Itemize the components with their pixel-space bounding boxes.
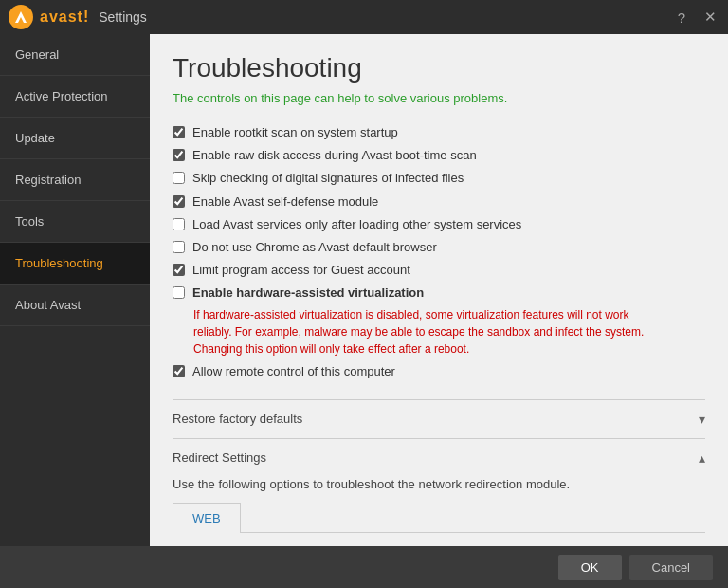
redirect-settings-label: Redirect Settings xyxy=(173,450,266,465)
virtualization-section: Enable hardware-assisted virtualization … xyxy=(173,285,705,357)
help-button[interactable]: ? xyxy=(674,8,689,28)
main-content: General Active Protection Update Registr… xyxy=(0,34,728,546)
checkbox-virtualization[interactable] xyxy=(173,286,185,299)
checkbox-label-services: Load Avast services only after loading o… xyxy=(192,216,521,233)
redirect-settings-section: Redirect Settings ▴ Use the following op… xyxy=(173,438,705,544)
page-subtitle: The controls on this page can help to so… xyxy=(173,91,705,105)
sidebar-item-about-avast[interactable]: About Avast xyxy=(0,285,150,326)
redirect-settings-header[interactable]: Redirect Settings ▴ xyxy=(173,450,705,466)
sidebar-item-troubleshooting[interactable]: Troubleshooting xyxy=(0,243,150,285)
sidebar: General Active Protection Update Registr… xyxy=(0,34,150,546)
cancel-button[interactable]: Cancel xyxy=(629,555,713,580)
checkbox-row-virtualization: Enable hardware-assisted virtualization xyxy=(173,285,705,302)
redirect-tab-bar: WEB xyxy=(173,503,705,533)
sidebar-item-tools[interactable]: Tools xyxy=(0,201,150,243)
checkbox-label-selfdefense: Enable Avast self-defense module xyxy=(192,193,378,211)
checkbox-row-digital: Skip checking of digital signatures of i… xyxy=(173,170,705,187)
redirect-settings-body: Use the following options to troubleshoo… xyxy=(173,466,705,533)
restore-factory-label: Restore factory defaults xyxy=(173,412,302,426)
sidebar-item-update[interactable]: Update xyxy=(0,118,150,159)
sidebar-item-general[interactable]: General xyxy=(0,34,150,76)
avast-logo-icon xyxy=(8,4,34,30)
checkbox-label-virtualization: Enable hardware-assisted virtualization xyxy=(192,285,424,302)
checkbox-label-rootkit: Enable rootkit scan on system startup xyxy=(192,124,398,141)
titlebar-title: Settings xyxy=(99,9,147,25)
checkbox-label-rawdisk: Enable raw disk access during Avast boot… xyxy=(192,147,477,164)
restore-factory-chevron: ▾ xyxy=(699,412,705,427)
checkbox-row-remote: Allow remote control of this computer xyxy=(173,363,705,380)
checkbox-rootkit[interactable] xyxy=(173,126,185,138)
checkbox-digital[interactable] xyxy=(173,172,185,184)
virtualization-warning: If hardware-assisted virtualization is d… xyxy=(193,306,667,358)
checkbox-chrome[interactable] xyxy=(173,241,185,253)
checkbox-list: Enable rootkit scan on system startup En… xyxy=(173,124,705,380)
tab-web[interactable]: WEB xyxy=(173,503,241,533)
content-area: Troubleshooting The controls on this pag… xyxy=(150,34,728,546)
content-scroll[interactable]: Troubleshooting The controls on this pag… xyxy=(150,34,728,546)
checkbox-label-remote: Allow remote control of this computer xyxy=(192,363,395,380)
restore-factory-header[interactable]: Restore factory defaults ▾ xyxy=(173,412,705,427)
checkbox-row-guest: Limit program access for Guest account xyxy=(173,262,705,279)
sidebar-item-active-protection[interactable]: Active Protection xyxy=(0,76,150,118)
restore-factory-section: Restore factory defaults ▾ xyxy=(173,399,705,438)
footer: OK Cancel xyxy=(0,546,728,588)
checkbox-label-guest: Limit program access for Guest account xyxy=(192,262,410,279)
titlebar-controls: ? ✕ xyxy=(674,7,720,28)
checkbox-services[interactable] xyxy=(173,218,185,230)
ok-button[interactable]: OK xyxy=(558,555,622,580)
sidebar-item-registration[interactable]: Registration xyxy=(0,159,150,201)
checkbox-rawdisk[interactable] xyxy=(173,149,185,161)
titlebar: avast! Settings ? ✕ xyxy=(0,0,728,34)
checkbox-remote[interactable] xyxy=(173,365,185,377)
checkbox-label-chrome: Do not use Chrome as Avast default brows… xyxy=(192,239,437,256)
checkbox-row-services: Load Avast services only after loading o… xyxy=(173,216,705,233)
avast-brand-text: avast! xyxy=(40,9,89,26)
checkbox-row-rootkit: Enable rootkit scan on system startup xyxy=(173,124,705,141)
checkbox-guest[interactable] xyxy=(173,264,185,276)
page-title: Troubleshooting xyxy=(173,53,705,83)
checkbox-row-selfdefense: Enable Avast self-defense module xyxy=(173,193,705,211)
checkbox-selfdefense[interactable] xyxy=(173,195,185,208)
close-button[interactable]: ✕ xyxy=(701,7,720,28)
redirect-settings-chevron: ▴ xyxy=(699,450,705,466)
checkbox-row-chrome: Do not use Chrome as Avast default brows… xyxy=(173,239,705,256)
checkbox-label-digital: Skip checking of digital signatures of i… xyxy=(192,170,464,187)
titlebar-logo: avast! Settings xyxy=(8,4,674,30)
checkbox-row-rawdisk: Enable raw disk access during Avast boot… xyxy=(173,147,705,164)
redirect-description: Use the following options to troubleshoo… xyxy=(173,477,705,491)
app-window: avast! Settings ? ✕ General Active Prote… xyxy=(0,0,728,588)
